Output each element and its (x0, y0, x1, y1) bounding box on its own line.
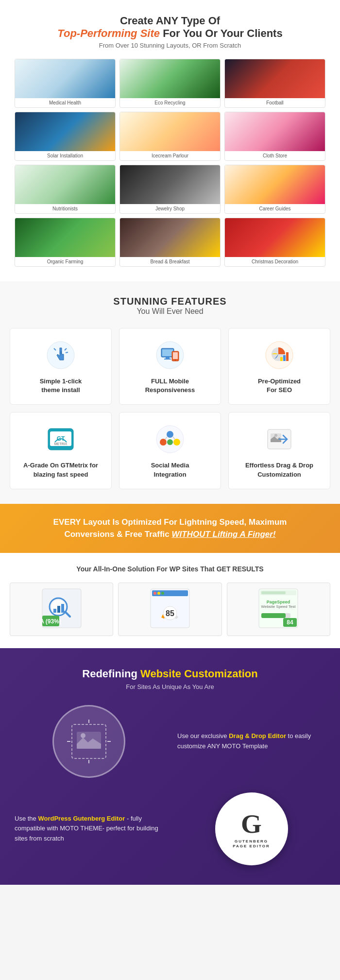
svg-text:PageSpeed: PageSpeed (267, 600, 290, 604)
custom-subtitle: For Sites As Unique As You Are (15, 683, 325, 690)
gutenberg-text: Use the WordPress Gutenberg Editor - ful… (15, 814, 163, 844)
svg-point-61 (81, 733, 85, 738)
demo-label-organic: Organic Farming (15, 257, 115, 266)
demo-grid: Medical Health Eco Recycling Football So… (10, 59, 330, 267)
svg-rect-16 (280, 357, 283, 361)
svg-point-24 (173, 439, 180, 446)
hero-title-pre: Create ANY Type Of (120, 15, 220, 27)
feature-title-social: Social MediaIntegration (127, 461, 213, 479)
seo-icon (265, 341, 294, 370)
svg-text:METRIX: METRIX (54, 442, 68, 446)
gutenberg-circle: G GUTENBERGPAGE EDITOR (215, 792, 288, 865)
perf-grid: A (93%) 85 (10, 583, 330, 636)
demo-item-jewelry[interactable]: Jewelry Shop (119, 165, 221, 214)
demo-label-eco: Eco Recycling (120, 98, 220, 107)
svg-point-25 (167, 439, 173, 445)
demo-label-football: Football (225, 98, 325, 107)
banner-section: EVERY Layout Is Optimized For Lightning … (0, 504, 340, 553)
gutenberg-g: G (241, 808, 262, 839)
demo-thumb-organic (15, 218, 115, 257)
feature-card-seo: Pre-OptimizedFor SEO (228, 328, 330, 405)
svg-rect-56 (261, 613, 286, 618)
feature-title-mobile: FULL MobileResponsiveness (127, 377, 213, 395)
perf-title: Your All-In-One Solution For WP Sites Th… (10, 565, 330, 573)
svg-rect-52 (261, 591, 286, 594)
demo-label-medical: Medical Health (15, 98, 115, 107)
svg-rect-7 (166, 357, 170, 359)
demo-label-cloth: Cloth Store (225, 151, 325, 160)
demo-thumb-nutrition (15, 165, 115, 204)
perf-card-pagespeed: PageSpeed Website Speed Test 84 (227, 583, 330, 636)
demo-thumb-jewelry (120, 165, 220, 204)
demo-thumb-icecream (120, 112, 220, 151)
feature-title-drag: Effortless Drag & DropCustomization (236, 461, 323, 479)
feature-title-install: Simple 1-clicktheme install (17, 377, 104, 395)
perf-gtmetrix-inner: 85 (146, 584, 194, 635)
svg-text:84: 84 (287, 619, 294, 626)
svg-rect-10 (173, 352, 178, 359)
demo-item-cloth[interactable]: Cloth Store (224, 112, 325, 161)
speed-icon: GT METRIX (46, 425, 75, 454)
feature-card-social: Social MediaIntegration (119, 412, 221, 489)
feature-title-speed: A-Grade On GTMetrix forblazing fast spee… (17, 461, 104, 479)
demo-item-solar[interactable]: Solar Installation (15, 112, 116, 161)
custom-grid: Use our exclusive Drag & Drop Editor to … (15, 705, 325, 865)
demo-thumb-football (225, 59, 325, 98)
demo-label-nutrition: Nutritionists (15, 204, 115, 213)
hero-section: Create ANY Type Of Top-Performing Site F… (0, 0, 340, 281)
demo-item-football[interactable]: Football (224, 59, 325, 108)
svg-point-32 (274, 434, 277, 437)
demo-thumb-christmas (225, 218, 325, 257)
features-title: STUNNING FEATURES (10, 296, 330, 307)
perf-card-gtmetrix: 85 (118, 583, 221, 636)
svg-point-47 (161, 592, 164, 595)
gutenberg-label: GUTENBERGPAGE EDITOR (233, 839, 270, 849)
performance-section: Your All-In-One Solution For WP Sites Th… (0, 553, 340, 648)
svg-rect-37 (53, 609, 56, 613)
demo-label-career: Career Guides (225, 204, 325, 213)
svg-rect-8 (164, 359, 171, 360)
features-grid: Simple 1-clicktheme install FULL Mob (10, 328, 330, 489)
hero-title-post: For You Or Your Clients (163, 27, 283, 39)
svg-rect-14 (283, 355, 286, 361)
cursor-icon (46, 341, 75, 370)
demo-item-bread[interactable]: Bread & Breakfast (119, 218, 221, 267)
svg-rect-39 (61, 604, 64, 613)
demo-item-nutrition[interactable]: Nutritionists (15, 165, 116, 214)
hero-subtitle: From Over 10 Stunning Layouts, OR From S… (10, 42, 330, 49)
svg-rect-6 (162, 349, 173, 356)
perf-analytics-inner: A (93%) (37, 584, 86, 635)
demo-thumb-cloth (225, 112, 325, 151)
svg-point-11 (175, 360, 176, 361)
demo-label-icecream: Icecream Parlour (120, 151, 220, 160)
feature-card-mobile: FULL MobileResponsiveness (119, 328, 221, 405)
demo-thumb-medical (15, 59, 115, 98)
demo-item-icecream[interactable]: Icecream Parlour (119, 112, 221, 161)
demo-item-organic[interactable]: Organic Farming (15, 218, 116, 267)
demo-thumb-bread (120, 218, 220, 257)
drag-drop-visual (65, 717, 113, 766)
demo-thumb-eco (120, 59, 220, 98)
custom-title-pre: Redefining (82, 668, 140, 680)
demo-label-bread: Bread & Breakfast (120, 257, 220, 266)
customization-section: Redefining Website Customization For Sit… (0, 648, 340, 885)
drag-drop-circle (52, 705, 125, 778)
demo-thumb-solar (15, 112, 115, 151)
svg-point-22 (167, 431, 173, 438)
features-subtitle: You Will Ever Need (10, 307, 330, 316)
demo-item-medical[interactable]: Medical Health (15, 59, 116, 108)
banner-text: EVERY Layout Is Optimized For Lightning … (19, 516, 321, 541)
custom-title-accent: Website Customization (140, 668, 258, 680)
hero-title-accent: Top-Performing Site (57, 27, 160, 39)
demo-item-eco[interactable]: Eco Recycling (119, 59, 221, 108)
demo-item-christmas[interactable]: Christmas Decoration (224, 218, 325, 267)
svg-point-23 (160, 439, 167, 446)
svg-rect-15 (286, 352, 289, 361)
svg-point-45 (153, 592, 156, 595)
feature-card-drag: Effortless Drag & DropCustomization (228, 412, 330, 489)
svg-text:85: 85 (166, 609, 174, 618)
svg-text:Website Speed Test: Website Speed Test (261, 604, 296, 609)
demo-item-career[interactable]: Career Guides (224, 165, 325, 214)
social-icon (155, 425, 185, 454)
mobile-icon (155, 341, 185, 370)
